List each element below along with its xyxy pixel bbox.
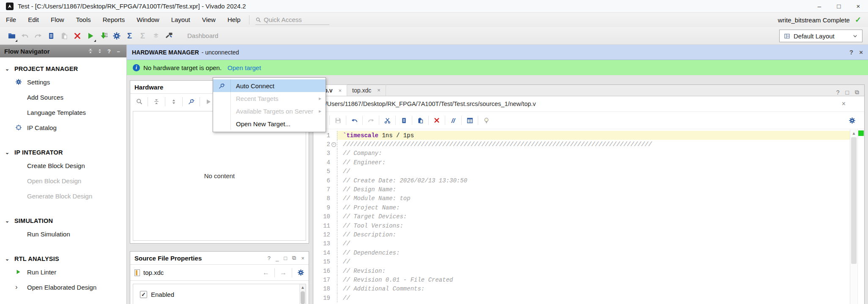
tab-close-icon[interactable]: ×: [377, 87, 381, 93]
redo-icon[interactable]: [31, 30, 44, 42]
sidebar-item-run-linter[interactable]: Run Linter: [0, 264, 126, 280]
editor-settings-gear-icon[interactable]: [846, 114, 858, 127]
menu-item-reports[interactable]: Reports: [97, 13, 131, 27]
help-icon[interactable]: ?: [104, 47, 114, 55]
minimize-panel-icon[interactable]: –: [114, 47, 123, 55]
enabled-checkbox[interactable]: ✓: [140, 291, 147, 298]
menu-item-flow[interactable]: Flow: [45, 13, 70, 27]
collapse-all-icon[interactable]: [150, 95, 163, 108]
sidebar-item-language-templates[interactable]: Language Templates: [0, 105, 126, 120]
code-line[interactable]: 16// Revision:: [313, 266, 850, 275]
help-icon[interactable]: ?: [268, 255, 271, 261]
code-line[interactable]: 7// Design Name:: [313, 185, 850, 194]
tool-hammer-icon[interactable]: [162, 30, 175, 42]
section-header-simulation[interactable]: ⌄SIMULATION: [0, 215, 126, 226]
auto-connect-icon[interactable]: [185, 95, 197, 108]
close-icon[interactable]: ×: [842, 100, 846, 108]
code-line[interactable]: 9// Project Name:: [313, 203, 850, 212]
code-line[interactable]: 12// Description:: [313, 230, 850, 239]
section-header-project-manager[interactable]: ⌄PROJECT MANAGER: [0, 63, 126, 74]
minimize-panel-icon[interactable]: _: [276, 255, 279, 261]
sidebar-item-run-simulation[interactable]: Run Simulation: [0, 226, 126, 242]
code-line[interactable]: 4// Engineer:: [313, 158, 850, 167]
code-line[interactable]: 13//: [313, 239, 850, 248]
delete-icon[interactable]: [430, 114, 443, 127]
editor-scrollbar[interactable]: ▲: [850, 130, 857, 304]
code-line[interactable]: 11// Tool Versions:: [313, 221, 850, 230]
settings-gear-icon[interactable]: [297, 269, 304, 276]
paste-icon[interactable]: [58, 30, 71, 42]
code-line[interactable]: 19//: [313, 293, 850, 302]
tab-close-icon[interactable]: ×: [338, 87, 342, 94]
code-line[interactable]: 17// Revision 0.01 - File Created: [313, 275, 850, 284]
expand-all-icon[interactable]: [167, 95, 180, 108]
menu-item-file[interactable]: File: [0, 13, 22, 27]
tab-top-xdc[interactable]: top.xdc×: [347, 84, 386, 96]
menu-item-view[interactable]: View: [196, 13, 222, 27]
code-line[interactable]: 5//: [313, 167, 850, 176]
settings-gear-icon[interactable]: [110, 30, 123, 42]
code-line[interactable]: 15//: [313, 257, 850, 266]
code-lines[interactable]: 1`timescale 1ns / 1ps2−/////////////////…: [313, 130, 850, 304]
quick-access-search[interactable]: Quick Access: [255, 15, 329, 25]
menu-item-edit[interactable]: Edit: [22, 13, 45, 27]
copy-icon[interactable]: [44, 30, 58, 42]
delete-icon[interactable]: [71, 30, 84, 42]
scrollbar-thumb[interactable]: [851, 137, 857, 264]
report-sigma-icon[interactable]: Σ: [123, 30, 136, 42]
open-target-link[interactable]: Open target: [227, 64, 261, 71]
maximize-panel-icon[interactable]: □: [846, 89, 849, 96]
open-project-icon[interactable]: [5, 30, 18, 42]
expand-all-icon[interactable]: [95, 47, 104, 55]
undo-icon[interactable]: [18, 30, 31, 42]
code-line[interactable]: 14// Dependencies:: [313, 248, 850, 257]
code-line[interactable]: 18// Additional Comments:: [313, 285, 850, 293]
sidebar-item-ip-catalog[interactable]: IP Catalog: [0, 120, 126, 135]
sidebar-item-settings[interactable]: Settings: [0, 74, 126, 90]
sidebar-item-create-block-design[interactable]: Create Block Design: [0, 158, 126, 173]
menu-item-help[interactable]: Help: [222, 13, 246, 27]
code-line[interactable]: 2−//////////////////////////////////////…: [313, 140, 850, 149]
menu-item-layout[interactable]: Layout: [165, 13, 196, 27]
code-line[interactable]: 10// Target Devices:: [313, 212, 850, 221]
code-line[interactable]: 6// Create Date: 2026/02/13 13:30:50: [313, 176, 850, 185]
maximize-panel-icon[interactable]: □: [284, 255, 287, 261]
sidebar-item-open-elaborated-design[interactable]: ›Open Elaborated Design: [0, 280, 126, 295]
sfp-scrollbar[interactable]: ▲: [299, 284, 306, 304]
menu-item-auto-connect[interactable]: Auto Connect: [213, 79, 326, 92]
menu-item-window[interactable]: Window: [131, 13, 165, 27]
code-line[interactable]: 1`timescale 1ns / 1ps: [313, 131, 850, 140]
float-panel-icon[interactable]: ⧉: [292, 255, 296, 261]
help-icon[interactable]: ?: [849, 49, 853, 56]
float-panel-icon[interactable]: ⧉: [855, 89, 859, 96]
maximize-icon[interactable]: □: [829, 0, 849, 12]
code-line[interactable]: 8// Module Name: top: [313, 194, 850, 203]
lightbulb-icon[interactable]: [480, 114, 493, 127]
menu-item-open-new-target[interactable]: Open New Target...: [213, 117, 326, 130]
close-icon[interactable]: ×: [859, 49, 863, 56]
undo-icon[interactable]: [348, 114, 361, 127]
help-icon[interactable]: ?: [836, 89, 840, 96]
search-icon[interactable]: [133, 95, 145, 108]
section-header-rtl-analysis[interactable]: ⌄RTL ANALYSIS: [0, 253, 126, 264]
collapse-all-icon[interactable]: [86, 47, 95, 55]
menu-item-tools[interactable]: Tools: [70, 13, 97, 27]
run-icon[interactable]: [84, 30, 97, 42]
close-icon[interactable]: ×: [849, 0, 868, 12]
paste-icon[interactable]: [414, 114, 427, 127]
fold-marker-icon[interactable]: −: [331, 142, 336, 147]
layout-select[interactable]: Default Layout: [779, 30, 863, 42]
chevron-right-icon[interactable]: ›: [15, 283, 18, 291]
sidebar-item-add-sources[interactable]: Add Sources: [0, 90, 126, 105]
scrollbar-thumb[interactable]: [301, 291, 305, 304]
cut-icon[interactable]: [381, 114, 394, 127]
minimize-icon[interactable]: –: [810, 0, 829, 12]
copy-icon[interactable]: [397, 114, 410, 127]
scroll-up-icon[interactable]: ▲: [300, 284, 306, 290]
generate-bitstream-icon[interactable]: [97, 30, 110, 42]
scroll-up-icon[interactable]: ▲: [850, 130, 857, 136]
code-line[interactable]: 3// Company:: [313, 149, 850, 158]
close-icon[interactable]: ×: [301, 255, 304, 261]
toggle-comment-icon[interactable]: //: [447, 114, 460, 127]
section-header-ip-integrator[interactable]: ⌄IP INTEGRATOR: [0, 147, 126, 158]
